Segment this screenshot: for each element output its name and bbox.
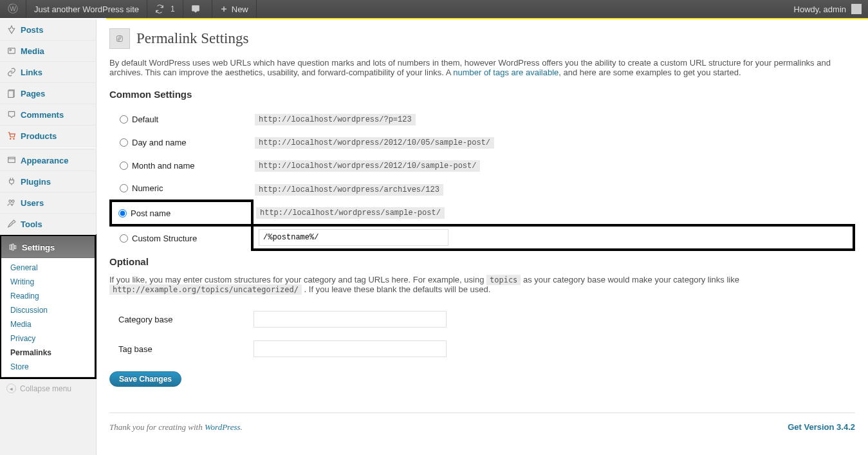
collapse-arrow-icon: ◂	[6, 384, 16, 393]
admin-sidebar: Posts Media Links Pages	[0, 19, 97, 455]
get-version-link[interactable]: Get Version 3.4.2	[788, 422, 855, 432]
radio-postname[interactable]	[118, 209, 127, 218]
option-label: Post name	[131, 209, 171, 218]
tag-base-input[interactable]	[254, 340, 447, 357]
svg-point-1	[10, 50, 11, 51]
svg-point-7	[9, 200, 11, 203]
submenu-writing[interactable]: Writing	[1, 275, 95, 289]
option-dayname[interactable]: Day and name	[120, 138, 246, 147]
option-monthname[interactable]: Month and name	[120, 161, 246, 171]
example-url-default: http://localhost/wordpress/?p=123	[255, 114, 416, 125]
avatar-icon	[851, 4, 862, 14]
comment-icon	[6, 109, 17, 120]
option-row-default: Default http://localhost/wordpress/?p=12…	[111, 107, 854, 131]
category-base-row: Category base	[109, 304, 855, 334]
sidebar-item-products[interactable]: Products	[0, 125, 96, 147]
sidebar-label: Media	[21, 46, 44, 56]
option-label: Custom Structure	[132, 234, 197, 243]
option-row-custom: Custom Structure	[111, 225, 854, 250]
sidebar-item-appearance[interactable]: Appearance	[0, 150, 96, 171]
optional-heading: Optional	[109, 256, 855, 267]
radio-custom[interactable]	[120, 234, 128, 243]
refresh-icon	[155, 5, 164, 14]
submenu-general[interactable]: General	[1, 261, 95, 275]
submenu-discussion[interactable]: Discussion	[1, 303, 95, 317]
radio-monthname[interactable]	[120, 162, 128, 170]
sidebar-item-plugins[interactable]: Plugins	[0, 171, 96, 192]
submenu-privacy[interactable]: Privacy	[1, 331, 95, 346]
radio-numeric[interactable]	[120, 184, 128, 192]
option-numeric[interactable]: Numeric	[120, 183, 246, 193]
option-row-postname: Post name http://localhost/wordpress/sam…	[111, 201, 854, 225]
topics-code: topics	[486, 275, 521, 285]
users-icon	[6, 198, 17, 208]
intro-suffix: , and here are some examples to get you …	[559, 68, 741, 77]
footer-thankyou: Thank you for creating with WordPress.	[109, 422, 243, 432]
sidebar-item-posts[interactable]: Posts	[0, 19, 96, 41]
svg-rect-3	[8, 91, 14, 98]
submenu-media[interactable]: Media	[1, 317, 95, 331]
sidebar-label: Tools	[21, 219, 42, 229]
sidebar-item-media[interactable]: Media	[0, 41, 96, 62]
radio-default[interactable]	[120, 115, 128, 124]
svg-point-5	[14, 138, 14, 139]
wordpress-logo-icon: ⓦ	[8, 3, 18, 16]
sidebar-label: Plugins	[21, 177, 51, 187]
option-label: Numeric	[132, 183, 163, 193]
category-base-input[interactable]	[254, 311, 447, 328]
pin-icon	[6, 24, 17, 35]
main-content: ⎚ Permalink Settings By default WordPres…	[97, 19, 868, 455]
sidebar-item-comments[interactable]: Comments	[0, 104, 96, 125]
tag-base-row: Tag base	[109, 334, 855, 364]
option-custom[interactable]: Custom Structure	[120, 234, 245, 243]
link-icon	[6, 67, 17, 77]
wordpress-link[interactable]: WordPress	[205, 422, 241, 432]
sidebar-label: Posts	[21, 25, 43, 35]
account-menu[interactable]: Howdy, admin	[788, 0, 868, 18]
settings-submenu: General Writing Reading Discussion Media…	[1, 258, 95, 377]
optional-text-3: . If you leave these blank the defaults …	[302, 284, 490, 294]
new-content-button[interactable]: New	[212, 0, 257, 18]
option-default[interactable]: Default	[120, 115, 246, 124]
option-row-numeric: Numeric http://localhost/wordpress/archi…	[111, 177, 854, 201]
svg-rect-10	[12, 244, 14, 250]
new-label: New	[232, 5, 248, 14]
submenu-permalinks[interactable]: Permalinks	[1, 346, 95, 360]
svg-rect-11	[14, 246, 15, 249]
sidebar-item-pages[interactable]: Pages	[0, 83, 96, 104]
comments-button[interactable]	[183, 0, 212, 18]
site-title-link[interactable]: Just another WordPress site	[26, 0, 147, 18]
settings-icon	[8, 242, 18, 252]
howdy-text: Howdy, admin	[794, 5, 846, 14]
svg-rect-9	[10, 245, 11, 250]
option-postname[interactable]: Post name	[118, 209, 246, 218]
radio-dayname[interactable]	[120, 138, 128, 147]
sidebar-item-settings[interactable]: Settings	[1, 236, 95, 258]
plus-icon	[220, 5, 228, 13]
submenu-reading[interactable]: Reading	[1, 289, 95, 303]
wp-logo-menu[interactable]: ⓦ	[0, 0, 26, 18]
optional-table: Category base Tag base	[109, 304, 855, 364]
submenu-store[interactable]: Store	[1, 360, 95, 374]
tools-icon	[6, 219, 17, 229]
custom-structure-input[interactable]	[259, 229, 448, 246]
sidebar-item-links[interactable]: Links	[0, 62, 96, 83]
collapse-menu-button[interactable]: ◂ Collapse menu	[0, 378, 96, 398]
example-url-monthname: http://localhost/wordpress/2012/10/sampl…	[255, 160, 480, 172]
option-label: Month and name	[132, 161, 195, 171]
sidebar-item-tools[interactable]: Tools	[0, 214, 96, 235]
sidebar-item-users[interactable]: Users	[0, 192, 96, 214]
site-title-text: Just another WordPress site	[34, 5, 139, 14]
permalink-options-table: Default http://localhost/wordpress/?p=12…	[109, 107, 855, 251]
sidebar-label: Links	[21, 68, 42, 77]
tags-available-link[interactable]: number of tags are available	[453, 68, 559, 77]
save-changes-button[interactable]: Save Changes	[109, 371, 181, 387]
option-row-dayname: Day and name http://localhost/wordpress/…	[111, 131, 854, 154]
refresh-button[interactable]: 1	[147, 0, 183, 18]
optional-text-2: as your category base would make your ca…	[521, 275, 739, 284]
thankyou-prefix: Thank you for creating with	[109, 422, 205, 432]
example-url-numeric: http://localhost/wordpress/archives/123	[255, 184, 443, 196]
speech-bubble-icon	[191, 5, 200, 14]
optional-text-1: If you like, you may enter custom struct…	[109, 275, 486, 284]
common-settings-heading: Common Settings	[109, 89, 855, 100]
